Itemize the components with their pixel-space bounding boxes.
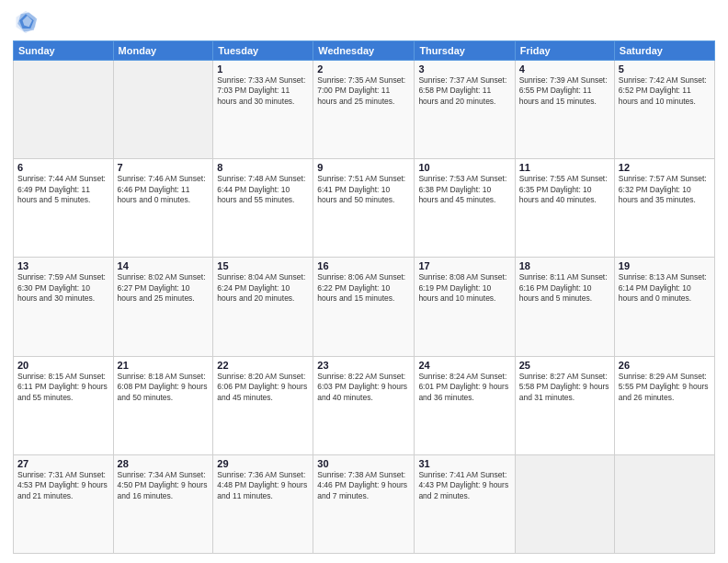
- day-info: Sunrise: 7:48 AM Sunset: 6:44 PM Dayligh…: [217, 174, 309, 205]
- day-info: Sunrise: 7:51 AM Sunset: 6:41 PM Dayligh…: [317, 174, 410, 205]
- day-number: 29: [217, 458, 309, 469]
- day-number: 12: [619, 162, 711, 173]
- day-number: 6: [17, 162, 109, 173]
- day-info: Sunrise: 8:04 AM Sunset: 6:24 PM Dayligh…: [217, 272, 309, 304]
- week-row-3: 13Sunrise: 7:59 AM Sunset: 6:30 PM Dayli…: [14, 258, 715, 356]
- day-number: 13: [17, 260, 109, 271]
- day-number: 8: [217, 162, 309, 173]
- day-info: Sunrise: 8:11 AM Sunset: 6:16 PM Dayligh…: [519, 272, 610, 304]
- day-cell: 18Sunrise: 8:11 AM Sunset: 6:16 PM Dayli…: [515, 258, 614, 356]
- day-number: 19: [619, 260, 711, 271]
- header: [13, 9, 715, 35]
- day-info: Sunrise: 8:18 AM Sunset: 6:08 PM Dayligh…: [118, 372, 210, 403]
- day-info: Sunrise: 7:57 AM Sunset: 6:32 PM Dayligh…: [619, 174, 711, 205]
- day-cell: 7Sunrise: 7:46 AM Sunset: 6:46 PM Daylig…: [113, 159, 213, 258]
- day-cell: 22Sunrise: 8:20 AM Sunset: 6:06 PM Dayli…: [213, 356, 313, 454]
- day-cell: 10Sunrise: 7:53 AM Sunset: 6:38 PM Dayli…: [415, 159, 515, 258]
- day-info: Sunrise: 8:13 AM Sunset: 6:14 PM Dayligh…: [619, 272, 711, 304]
- day-number: 3: [418, 63, 510, 75]
- header-row: Sunday Monday Tuesday Wednesday Thursday…: [14, 41, 715, 61]
- day-info: Sunrise: 7:59 AM Sunset: 6:30 PM Dayligh…: [17, 272, 109, 304]
- day-info: Sunrise: 8:02 AM Sunset: 6:27 PM Dayligh…: [118, 272, 210, 304]
- day-info: Sunrise: 7:55 AM Sunset: 6:35 PM Dayligh…: [519, 174, 610, 205]
- day-number: 2: [317, 63, 410, 75]
- day-number: 9: [317, 162, 410, 173]
- day-cell: 9Sunrise: 7:51 AM Sunset: 6:41 PM Daylig…: [313, 159, 415, 258]
- day-cell: 24Sunrise: 8:24 AM Sunset: 6:01 PM Dayli…: [415, 356, 515, 454]
- day-number: 30: [317, 458, 410, 469]
- day-cell: [614, 454, 714, 553]
- day-number: 21: [118, 360, 210, 371]
- day-cell: 5Sunrise: 7:42 AM Sunset: 6:52 PM Daylig…: [614, 61, 714, 159]
- col-thursday: Thursday: [415, 41, 515, 61]
- day-number: 5: [619, 63, 711, 75]
- col-saturday: Saturday: [614, 41, 714, 61]
- day-cell: 3Sunrise: 7:37 AM Sunset: 6:58 PM Daylig…: [415, 61, 515, 159]
- day-cell: 29Sunrise: 7:36 AM Sunset: 4:48 PM Dayli…: [213, 454, 313, 553]
- day-cell: 21Sunrise: 8:18 AM Sunset: 6:08 PM Dayli…: [113, 356, 213, 454]
- day-cell: 6Sunrise: 7:44 AM Sunset: 6:49 PM Daylig…: [14, 159, 114, 258]
- day-info: Sunrise: 7:46 AM Sunset: 6:46 PM Dayligh…: [118, 174, 210, 205]
- day-number: 11: [519, 162, 610, 173]
- day-info: Sunrise: 8:27 AM Sunset: 5:58 PM Dayligh…: [519, 372, 610, 403]
- day-info: Sunrise: 7:36 AM Sunset: 4:48 PM Dayligh…: [217, 470, 309, 501]
- day-info: Sunrise: 7:33 AM Sunset: 7:03 PM Dayligh…: [217, 75, 309, 107]
- day-number: 14: [118, 260, 210, 271]
- day-cell: 27Sunrise: 7:31 AM Sunset: 4:53 PM Dayli…: [14, 454, 114, 553]
- day-cell: 12Sunrise: 7:57 AM Sunset: 6:32 PM Dayli…: [614, 159, 714, 258]
- day-number: 23: [317, 360, 410, 371]
- logo-icon: [13, 9, 39, 35]
- day-number: 31: [418, 458, 510, 469]
- day-number: 1: [217, 63, 309, 75]
- day-number: 28: [118, 458, 210, 469]
- day-cell: 28Sunrise: 7:34 AM Sunset: 4:50 PM Dayli…: [113, 454, 213, 553]
- day-info: Sunrise: 8:29 AM Sunset: 5:55 PM Dayligh…: [619, 372, 711, 403]
- day-number: 15: [217, 260, 309, 271]
- day-cell: 31Sunrise: 7:41 AM Sunset: 4:43 PM Dayli…: [415, 454, 515, 553]
- day-info: Sunrise: 7:44 AM Sunset: 6:49 PM Dayligh…: [17, 174, 109, 205]
- day-number: 10: [418, 162, 510, 173]
- day-info: Sunrise: 8:24 AM Sunset: 6:01 PM Dayligh…: [418, 372, 510, 403]
- col-friday: Friday: [515, 41, 614, 61]
- day-cell: 26Sunrise: 8:29 AM Sunset: 5:55 PM Dayli…: [614, 356, 714, 454]
- page: Sunday Monday Tuesday Wednesday Thursday…: [0, 0, 728, 563]
- day-cell: 13Sunrise: 7:59 AM Sunset: 6:30 PM Dayli…: [14, 258, 114, 356]
- day-cell: 16Sunrise: 8:06 AM Sunset: 6:22 PM Dayli…: [313, 258, 415, 356]
- week-row-2: 6Sunrise: 7:44 AM Sunset: 6:49 PM Daylig…: [14, 159, 715, 258]
- day-number: 17: [418, 260, 510, 271]
- day-info: Sunrise: 7:41 AM Sunset: 4:43 PM Dayligh…: [418, 470, 510, 501]
- day-number: 26: [619, 360, 711, 371]
- day-cell: 8Sunrise: 7:48 AM Sunset: 6:44 PM Daylig…: [213, 159, 313, 258]
- day-cell: 20Sunrise: 8:15 AM Sunset: 6:11 PM Dayli…: [14, 356, 114, 454]
- day-cell: 1Sunrise: 7:33 AM Sunset: 7:03 PM Daylig…: [213, 61, 313, 159]
- day-info: Sunrise: 8:22 AM Sunset: 6:03 PM Dayligh…: [317, 372, 410, 403]
- day-info: Sunrise: 8:06 AM Sunset: 6:22 PM Dayligh…: [317, 272, 410, 304]
- day-number: 4: [519, 63, 610, 75]
- day-cell: 17Sunrise: 8:08 AM Sunset: 6:19 PM Dayli…: [415, 258, 515, 356]
- day-cell: 25Sunrise: 8:27 AM Sunset: 5:58 PM Dayli…: [515, 356, 614, 454]
- day-number: 27: [17, 458, 109, 469]
- col-wednesday: Wednesday: [313, 41, 415, 61]
- col-tuesday: Tuesday: [213, 41, 313, 61]
- day-number: 24: [418, 360, 510, 371]
- day-cell: 19Sunrise: 8:13 AM Sunset: 6:14 PM Dayli…: [614, 258, 714, 356]
- day-info: Sunrise: 7:34 AM Sunset: 4:50 PM Dayligh…: [118, 470, 210, 501]
- day-info: Sunrise: 7:53 AM Sunset: 6:38 PM Dayligh…: [418, 174, 510, 205]
- day-cell: 23Sunrise: 8:22 AM Sunset: 6:03 PM Dayli…: [313, 356, 415, 454]
- day-info: Sunrise: 7:38 AM Sunset: 4:46 PM Dayligh…: [317, 470, 410, 501]
- day-cell: 2Sunrise: 7:35 AM Sunset: 7:00 PM Daylig…: [313, 61, 415, 159]
- day-info: Sunrise: 8:20 AM Sunset: 6:06 PM Dayligh…: [217, 372, 309, 403]
- day-cell: 4Sunrise: 7:39 AM Sunset: 6:55 PM Daylig…: [515, 61, 614, 159]
- day-cell: [14, 61, 114, 159]
- calendar-table: Sunday Monday Tuesday Wednesday Thursday…: [13, 40, 715, 554]
- day-number: 22: [217, 360, 309, 371]
- day-info: Sunrise: 7:39 AM Sunset: 6:55 PM Dayligh…: [519, 75, 610, 107]
- day-number: 20: [17, 360, 109, 371]
- day-cell: 11Sunrise: 7:55 AM Sunset: 6:35 PM Dayli…: [515, 159, 614, 258]
- day-cell: 15Sunrise: 8:04 AM Sunset: 6:24 PM Dayli…: [213, 258, 313, 356]
- week-row-1: 1Sunrise: 7:33 AM Sunset: 7:03 PM Daylig…: [14, 61, 715, 159]
- day-number: 25: [519, 360, 610, 371]
- day-info: Sunrise: 7:37 AM Sunset: 6:58 PM Dayligh…: [418, 75, 510, 107]
- day-cell: 30Sunrise: 7:38 AM Sunset: 4:46 PM Dayli…: [313, 454, 415, 553]
- day-info: Sunrise: 7:31 AM Sunset: 4:53 PM Dayligh…: [17, 470, 109, 501]
